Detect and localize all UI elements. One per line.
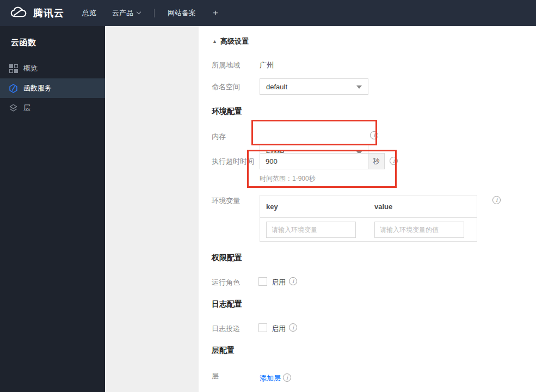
timeout-unit: 秒 [368, 153, 385, 169]
sidebar-item-layers[interactable]: 层 [0, 98, 105, 118]
cloud-logo-icon [10, 6, 28, 21]
topbar: 腾讯云 总览 云产品 网站备案 + [0, 0, 536, 26]
nav-overview[interactable]: 总览 [82, 8, 96, 18]
sidebar: 云函数 概览 函数服务 [0, 26, 105, 392]
section-permission-config: 权限配置 [212, 253, 242, 263]
env-key-input[interactable] [266, 222, 356, 238]
top-nav: 总览 云产品 网站备案 + [64, 8, 218, 19]
nav-add-button[interactable]: + [213, 8, 218, 19]
nav-website-record[interactable]: 网站备案 [168, 8, 196, 18]
nav-cloud-products[interactable]: 云产品 [112, 8, 140, 18]
secondary-panel [105, 26, 199, 392]
layers-icon [9, 103, 18, 113]
scf-hexagon-icon [9, 84, 18, 93]
namespace-select[interactable]: default [260, 78, 368, 95]
sidebar-menu: 概览 函数服务 层 [0, 59, 105, 118]
timeout-input-group: 秒 [260, 153, 385, 169]
section-env-config: 环境配置 [212, 107, 242, 117]
tencent-cloud-logo[interactable]: 腾讯云 [10, 6, 64, 21]
logo-text: 腾讯云 [33, 7, 64, 20]
region-value: 广州 [260, 60, 274, 70]
dropdown-arrow-icon [356, 85, 362, 89]
env-vars-table: key value [260, 195, 477, 242]
layer-label: 层 [212, 371, 219, 381]
sidebar-item-function-service[interactable]: 函数服务 [0, 78, 105, 98]
memory-label: 内存 [212, 132, 226, 142]
memory-info-icon[interactable]: i [370, 131, 378, 139]
env-vars-input-row [260, 218, 477, 241]
sidebar-item-overview[interactable]: 概览 [0, 59, 105, 78]
log-ship-info-icon[interactable]: i [289, 323, 297, 332]
run-role-label: 运行角色 [212, 278, 240, 287]
advanced-settings-label: 高级设置 [220, 36, 249, 46]
chevron-down-icon [137, 10, 141, 14]
timeout-label: 执行超时时间 [212, 157, 254, 167]
env-key-header: key [260, 203, 368, 211]
run-role-checkbox[interactable] [258, 277, 267, 286]
log-ship-label: 日志投递 [212, 324, 240, 334]
run-role-info-icon[interactable]: i [289, 277, 297, 285]
add-layer-link[interactable]: 添加层 [260, 373, 281, 383]
section-log-config: 日志配置 [212, 299, 242, 309]
section-layer-config: 层配置 [212, 346, 235, 356]
timeout-input[interactable] [260, 153, 368, 169]
env-vars-info-icon[interactable]: i [492, 196, 501, 204]
page: 腾讯云 总览 云产品 网站备案 + 云函数 概览 [0, 0, 536, 392]
log-ship-enable-label: 启用 [272, 324, 286, 334]
timeout-info-icon[interactable]: i [390, 157, 398, 165]
timeout-hint: 时间范围：1-900秒 [260, 174, 316, 183]
advanced-settings-toggle[interactable]: ▲ 高级设置 [212, 36, 249, 46]
main-content: ▲ 高级设置 所属地域 广州 命名空间 default 环境配置 内存 64MB… [199, 26, 536, 392]
grid-icon [9, 64, 18, 74]
namespace-label: 命名空间 [212, 82, 240, 92]
log-ship-checkbox[interactable] [258, 323, 267, 332]
env-value-input[interactable] [374, 222, 464, 238]
region-label: 所属地域 [212, 60, 240, 70]
add-layer-info-icon[interactable]: i [283, 373, 291, 382]
sidebar-title: 云函数 [0, 26, 105, 48]
env-value-header: value [368, 203, 477, 211]
nav-divider [154, 9, 155, 17]
env-vars-label: 环境变量 [212, 196, 240, 206]
collapse-triangle-icon: ▲ [212, 39, 217, 44]
env-vars-header-row: key value [260, 195, 477, 218]
run-role-enable-label: 启用 [272, 278, 286, 287]
